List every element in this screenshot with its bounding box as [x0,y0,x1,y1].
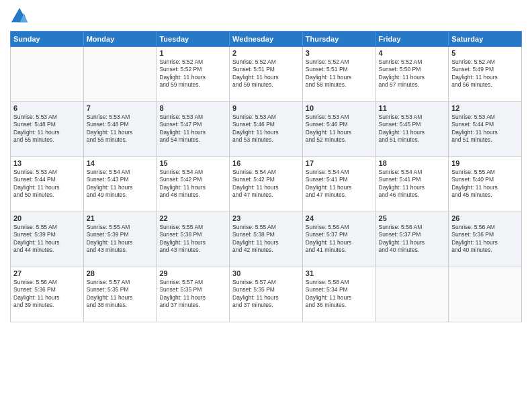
calendar-cell: 27Sunrise: 5:56 AM Sunset: 5:36 PM Dayli… [11,267,84,322]
logo-icon [10,7,29,26]
calendar-cell [11,47,84,102]
calendar-cell: 31Sunrise: 5:58 AM Sunset: 5:34 PM Dayli… [302,267,375,322]
header-row: SundayMondayTuesdayWednesdayThursdayFrid… [11,32,522,47]
page-header [10,7,522,26]
calendar-cell: 2Sunrise: 5:52 AM Sunset: 5:51 PM Daylig… [230,47,303,102]
cell-info: Sunrise: 5:53 AM Sunset: 5:45 PM Dayligh… [379,113,446,144]
calendar-cell: 24Sunrise: 5:56 AM Sunset: 5:37 PM Dayli… [302,212,375,267]
calendar-cell: 26Sunrise: 5:56 AM Sunset: 5:36 PM Dayli… [449,212,522,267]
day-number: 15 [159,159,226,167]
cell-info: Sunrise: 5:54 AM Sunset: 5:42 PM Dayligh… [232,169,300,199]
day-number: 9 [232,104,300,112]
calendar-cell: 4Sunrise: 5:52 AM Sunset: 5:50 PM Daylig… [375,47,449,102]
calendar-cell: 5Sunrise: 5:52 AM Sunset: 5:49 PM Daylig… [449,47,522,102]
calendar-week-row: 6Sunrise: 5:53 AM Sunset: 5:48 PM Daylig… [11,102,522,157]
calendar-cell: 25Sunrise: 5:56 AM Sunset: 5:37 PM Dayli… [375,212,449,267]
calendar-cell: 8Sunrise: 5:53 AM Sunset: 5:47 PM Daylig… [157,102,230,157]
calendar-cell: 17Sunrise: 5:54 AM Sunset: 5:41 PM Dayli… [302,157,375,212]
cell-info: Sunrise: 5:57 AM Sunset: 5:35 PM Dayligh… [87,279,154,310]
calendar-cell: 29Sunrise: 5:57 AM Sunset: 5:35 PM Dayli… [157,267,230,322]
cell-info: Sunrise: 5:58 AM Sunset: 5:34 PM Dayligh… [306,279,373,310]
calendar-cell: 30Sunrise: 5:57 AM Sunset: 5:35 PM Dayli… [230,267,303,322]
day-number: 25 [379,214,446,222]
day-number: 24 [306,214,373,222]
cell-info: Sunrise: 5:53 AM Sunset: 5:44 PM Dayligh… [451,113,519,144]
calendar-cell: 12Sunrise: 5:53 AM Sunset: 5:44 PM Dayli… [449,102,522,157]
calendar-cell: 28Sunrise: 5:57 AM Sunset: 5:35 PM Dayli… [83,267,157,322]
day-number: 29 [159,269,226,277]
cell-info: Sunrise: 5:53 AM Sunset: 5:48 PM Dayligh… [87,113,154,144]
day-number: 14 [87,159,154,167]
calendar-cell: 21Sunrise: 5:55 AM Sunset: 5:39 PM Dayli… [83,212,157,267]
day-number: 7 [87,104,154,112]
day-number: 10 [306,104,373,112]
calendar-cell: 7Sunrise: 5:53 AM Sunset: 5:48 PM Daylig… [83,102,157,157]
calendar-week-row: 20Sunrise: 5:55 AM Sunset: 5:39 PM Dayli… [11,212,522,267]
cell-info: Sunrise: 5:53 AM Sunset: 5:47 PM Dayligh… [159,113,226,144]
calendar-cell: 10Sunrise: 5:53 AM Sunset: 5:46 PM Dayli… [302,102,375,157]
cell-info: Sunrise: 5:55 AM Sunset: 5:38 PM Dayligh… [232,224,300,255]
calendar-cell: 9Sunrise: 5:53 AM Sunset: 5:46 PM Daylig… [230,102,303,157]
day-number: 5 [451,49,519,57]
calendar-cell: 3Sunrise: 5:52 AM Sunset: 5:51 PM Daylig… [302,47,375,102]
cell-info: Sunrise: 5:53 AM Sunset: 5:46 PM Dayligh… [232,113,300,144]
cell-info: Sunrise: 5:56 AM Sunset: 5:37 PM Dayligh… [306,224,373,255]
cell-info: Sunrise: 5:54 AM Sunset: 5:41 PM Dayligh… [306,169,373,199]
calendar-cell: 20Sunrise: 5:55 AM Sunset: 5:39 PM Dayli… [11,212,84,267]
weekday-header: Sunday [11,32,84,47]
calendar-cell [449,267,522,322]
cell-info: Sunrise: 5:56 AM Sunset: 5:36 PM Dayligh… [13,279,81,310]
calendar-cell: 18Sunrise: 5:54 AM Sunset: 5:41 PM Dayli… [375,157,449,212]
day-number: 11 [379,104,446,112]
day-number: 18 [379,159,446,167]
day-number: 19 [451,159,519,167]
day-number: 17 [306,159,373,167]
day-number: 21 [87,214,154,222]
calendar-week-row: 27Sunrise: 5:56 AM Sunset: 5:36 PM Dayli… [11,267,522,322]
cell-info: Sunrise: 5:55 AM Sunset: 5:38 PM Dayligh… [159,224,226,255]
calendar-cell: 19Sunrise: 5:55 AM Sunset: 5:40 PM Dayli… [449,157,522,212]
day-number: 4 [379,49,446,57]
cell-info: Sunrise: 5:57 AM Sunset: 5:35 PM Dayligh… [159,279,226,310]
cell-info: Sunrise: 5:53 AM Sunset: 5:46 PM Dayligh… [306,113,373,144]
day-number: 6 [13,104,81,112]
day-number: 23 [232,214,300,222]
calendar-week-row: 13Sunrise: 5:53 AM Sunset: 5:44 PM Dayli… [11,157,522,212]
calendar-cell: 23Sunrise: 5:55 AM Sunset: 5:38 PM Dayli… [230,212,303,267]
day-number: 27 [13,269,81,277]
cell-info: Sunrise: 5:54 AM Sunset: 5:42 PM Dayligh… [159,169,226,199]
day-number: 30 [232,269,300,277]
weekday-header: Monday [83,32,157,47]
calendar-cell [83,47,157,102]
calendar-cell: 6Sunrise: 5:53 AM Sunset: 5:48 PM Daylig… [11,102,84,157]
calendar-cell: 16Sunrise: 5:54 AM Sunset: 5:42 PM Dayli… [230,157,303,212]
calendar-cell: 14Sunrise: 5:54 AM Sunset: 5:43 PM Dayli… [83,157,157,212]
day-number: 13 [13,159,81,167]
day-number: 12 [451,104,519,112]
logo [10,7,32,26]
calendar-cell [375,267,449,322]
cell-info: Sunrise: 5:52 AM Sunset: 5:49 PM Dayligh… [451,58,519,89]
cell-info: Sunrise: 5:52 AM Sunset: 5:51 PM Dayligh… [306,58,373,89]
calendar-table: SundayMondayTuesdayWednesdayThursdayFrid… [10,31,522,322]
cell-info: Sunrise: 5:53 AM Sunset: 5:48 PM Dayligh… [13,113,81,144]
day-number: 16 [232,159,300,167]
weekday-header: Friday [375,32,449,47]
cell-info: Sunrise: 5:56 AM Sunset: 5:37 PM Dayligh… [379,224,446,255]
cell-info: Sunrise: 5:55 AM Sunset: 5:39 PM Dayligh… [13,224,81,255]
cell-info: Sunrise: 5:55 AM Sunset: 5:39 PM Dayligh… [87,224,154,255]
day-number: 26 [451,214,519,222]
weekday-header: Saturday [449,32,522,47]
day-number: 22 [159,214,226,222]
weekday-header: Tuesday [157,32,230,47]
weekday-header: Thursday [302,32,375,47]
day-number: 20 [13,214,81,222]
cell-info: Sunrise: 5:52 AM Sunset: 5:51 PM Dayligh… [232,58,300,89]
cell-info: Sunrise: 5:52 AM Sunset: 5:52 PM Dayligh… [159,58,226,89]
day-number: 1 [159,49,226,57]
cell-info: Sunrise: 5:54 AM Sunset: 5:41 PM Dayligh… [379,169,446,199]
cell-info: Sunrise: 5:52 AM Sunset: 5:50 PM Dayligh… [379,58,446,89]
cell-info: Sunrise: 5:54 AM Sunset: 5:43 PM Dayligh… [87,169,154,199]
day-number: 2 [232,49,300,57]
day-number: 28 [87,269,154,277]
